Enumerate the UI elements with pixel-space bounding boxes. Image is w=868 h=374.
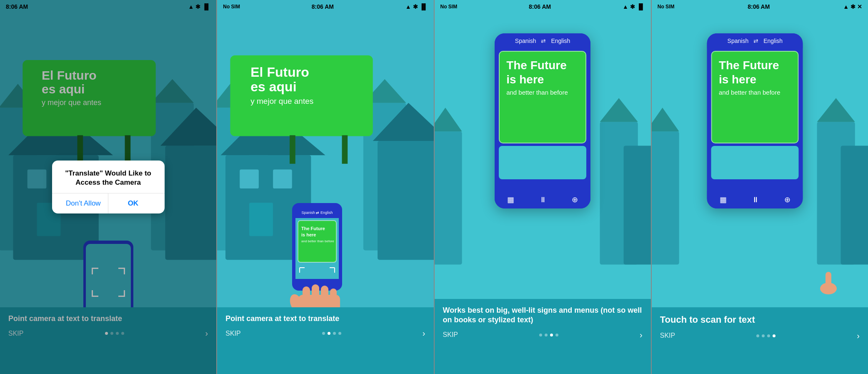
svg-text:and better than before: and better than before	[301, 239, 334, 243]
camera-permission-dialog: "Translate" Would Like to Access the Cam…	[0, 0, 216, 374]
svg-rect-26	[249, 203, 273, 236]
battery-icon-3: ▐▌	[637, 3, 645, 10]
dot-2-4	[338, 332, 341, 335]
pause-icon-4: ⏸	[752, 196, 759, 204]
pause-icon-3: ⏸	[539, 196, 547, 204]
dots-3	[539, 334, 558, 336]
sign-line2-2: es aqui	[250, 80, 359, 94]
bluetooth-icon-2: ✱	[413, 3, 418, 10]
dot-3-3	[550, 334, 553, 336]
phone-bottom-bar-3: ▦ ⏸ ⊕	[495, 191, 590, 208]
svg-rect-25	[273, 169, 292, 188]
dialog-box: "Translate" Would Like to Access the Cam…	[52, 161, 165, 213]
panel-4: No SIM 8:06 AM ▲ ✱ ✕ Spanish ⇄ English	[652, 0, 868, 374]
phone-translation-bar-3: Spanish ⇄ English	[495, 33, 590, 48]
bottom-nav-3: SKIP ›	[443, 330, 643, 340]
next-button-2[interactable]: ›	[423, 329, 425, 338]
panel-bottom-3: Works best on big, well-lit signs and me…	[435, 299, 651, 374]
carrier-2: No SIM	[223, 4, 240, 10]
phone-result-main-3: The Futureis here	[506, 58, 579, 86]
svg-rect-52	[303, 286, 310, 307]
battery-icon-2: ▐▌	[420, 3, 428, 10]
panel-3: No SIM 8:06 AM ▲ ✱ ▐▌ Spanish ⇄ English	[435, 0, 651, 374]
status-time-4: 8:06 AM	[748, 3, 770, 10]
dots-4	[756, 334, 775, 337]
svg-rect-28	[290, 135, 295, 163]
svg-rect-70	[825, 272, 831, 293]
tap-finger-4	[814, 268, 843, 297]
wifi-icon-4: ▲	[843, 3, 849, 10]
swap-arrow-4: ⇄	[753, 38, 758, 44]
svg-rect-29	[342, 135, 348, 163]
bottom-nav-4: SKIP ›	[660, 331, 860, 341]
zoom-icon-4: ⊕	[784, 195, 790, 204]
status-icons-3: ▲ ✱ ▐▌	[623, 3, 645, 10]
skip-button-3[interactable]: SKIP	[443, 331, 458, 339]
phone-bottom-bar-4: ▦ ⏸ ⊕	[707, 191, 803, 208]
next-button-4[interactable]: ›	[857, 331, 860, 341]
lang-from-4: Spanish	[728, 38, 749, 44]
chart-icon-3: ▦	[507, 195, 514, 204]
next-button-3[interactable]: ›	[640, 330, 643, 340]
carrier-3: No SIM	[440, 4, 458, 10]
phone-result-sub-4: and better than before	[719, 89, 791, 96]
phone-result-main-4: The Futureis here	[719, 58, 791, 86]
phone-result-box-3: The Futureis here and better than before	[499, 51, 586, 143]
status-icons-4: ▲ ✱ ✕	[843, 3, 862, 10]
ok-button[interactable]: OK	[108, 193, 158, 213]
dot-4-1	[756, 334, 759, 337]
status-icons-2: ▲ ✱ ▐▌	[405, 3, 428, 10]
svg-rect-64	[652, 131, 679, 264]
dot-3-2	[545, 334, 548, 336]
status-bar-4: No SIM 8:06 AM ▲ ✱ ✕	[652, 0, 868, 13]
phone-device-3: Spanish ⇄ English The Futureis here and …	[495, 33, 590, 208]
dot-2-1	[322, 332, 325, 335]
phone-translation-bar-4: Spanish ⇄ English	[707, 33, 803, 48]
bluetooth-icon-4: ✱	[850, 3, 855, 10]
swap-arrow-3: ⇄	[541, 38, 546, 44]
dot-3-1	[539, 334, 542, 336]
phone-screen-4: The Futureis here and better than before	[711, 48, 799, 182]
phone-camera-area-4	[711, 146, 799, 179]
dot-4-4	[773, 334, 775, 337]
wifi-icon-2: ▲	[405, 3, 411, 10]
carrier-4: No SIM	[658, 4, 675, 10]
lang-to-3: English	[551, 38, 570, 44]
bottom-text-3: Works best on big, well-lit signs and me…	[443, 306, 643, 325]
status-time-2: 8:06 AM	[312, 3, 334, 10]
close-icon-4: ✕	[857, 3, 862, 10]
svg-rect-30	[378, 141, 433, 260]
bottom-nav-2: SKIP ›	[225, 329, 425, 338]
svg-rect-68	[840, 146, 868, 264]
finger-svg-4	[814, 268, 843, 297]
skip-button-2[interactable]: SKIP	[225, 330, 240, 337]
dont-allow-button[interactable]: Don't Allow	[59, 193, 108, 213]
status-time-3: 8:06 AM	[529, 3, 551, 10]
phone-device-4: Spanish ⇄ English The Futureis here and …	[707, 33, 803, 208]
skip-button-4[interactable]: SKIP	[660, 332, 675, 339]
status-bar-3: No SIM 8:06 AM ▲ ✱ ▐▌	[435, 0, 651, 13]
sign-line1-2: El Futuro	[250, 65, 359, 80]
wifi-icon-3: ▲	[623, 3, 628, 10]
svg-text:The Future: The Future	[301, 226, 325, 231]
dot-2-2	[328, 332, 330, 335]
dialog-buttons: Don't Allow OK	[59, 193, 158, 213]
svg-rect-55	[330, 289, 337, 307]
bottom-text-4: Touch to scan for text	[660, 314, 860, 326]
chart-icon-4: ▦	[720, 195, 727, 204]
svg-rect-58	[435, 131, 462, 264]
phone-result-sub-3: and better than before	[506, 89, 579, 96]
phone-result-box-4: The Futureis here and better than before	[711, 51, 799, 143]
lang-to-4: English	[763, 38, 783, 44]
bottom-text-2: Point camera at text to translate	[225, 314, 425, 324]
panel-bottom-2: Point camera at text to translate SKIP ›	[217, 307, 433, 374]
svg-rect-24	[240, 169, 259, 188]
panel-1: 8:06 AM ▲ ✱ ▐▌	[0, 0, 216, 374]
dialog-title: "Translate" Would Like to Access the Cam…	[59, 169, 158, 187]
svg-rect-53	[312, 284, 319, 307]
dot-4-2	[762, 334, 765, 337]
zoom-icon-3: ⊕	[572, 195, 578, 204]
dot-3-4	[555, 334, 558, 336]
panel-2: No SIM 8:06 AM ▲ ✱ ▐▌	[217, 0, 433, 374]
phone-screen-3: The Futureis here and better than before	[499, 48, 586, 182]
